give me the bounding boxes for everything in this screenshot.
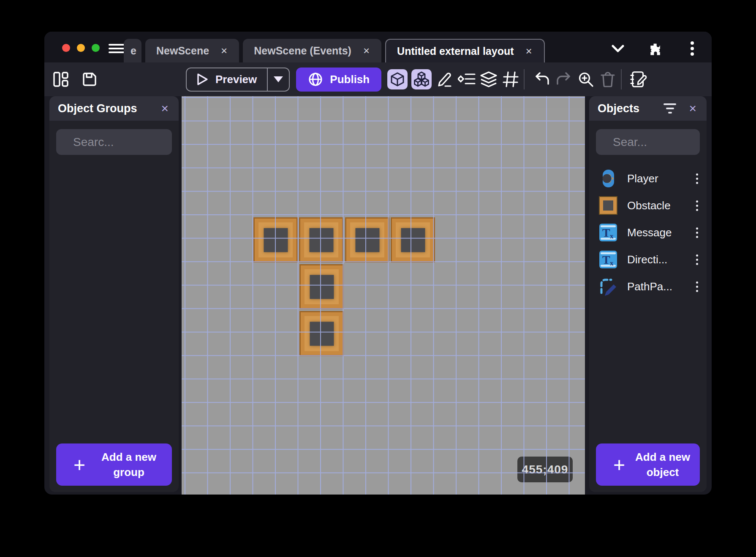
objects-search-input[interactable] [613, 135, 707, 149]
object-row-obstacle[interactable]: Obstacle [589, 192, 707, 219]
svg-text:x: x [610, 259, 614, 267]
scene-canvas[interactable]: 455;409 [182, 96, 585, 495]
obstacle-instance-core [310, 322, 334, 346]
toolbar-left-group [52, 62, 98, 96]
tab-label: e [131, 45, 136, 57]
toolbar-divider [524, 69, 525, 89]
object-row-directions[interactable]: T x Directi... [589, 246, 707, 273]
save-icon[interactable] [81, 70, 98, 88]
titlebar-actions [610, 41, 700, 56]
path-object-icon [598, 277, 618, 296]
object-row-pathpainter[interactable]: PathPa... [589, 273, 707, 300]
publish-label: Publish [330, 73, 370, 86]
play-icon [196, 73, 209, 86]
zoom-window-button[interactable] [92, 44, 100, 52]
extensions-puzzle-icon[interactable] [647, 41, 663, 56]
svg-text:T: T [602, 226, 610, 239]
layers-icon[interactable] [480, 70, 498, 88]
tab-clipped[interactable]: e [124, 39, 141, 62]
object-menu-kebab-icon[interactable] [693, 171, 701, 187]
tab-bar: e NewScene × NewScene (Events) × Untitle… [124, 39, 545, 62]
edit-pencil-icon[interactable] [436, 70, 454, 88]
object-menu-kebab-icon[interactable] [693, 279, 701, 295]
toolbar: Preview Publish [44, 62, 712, 96]
obstacle-icon [598, 196, 618, 215]
object-menu-kebab-icon[interactable] [693, 198, 701, 214]
tab-untitled-external-layout[interactable]: Untitled external layout × [385, 39, 545, 62]
undo-icon[interactable] [533, 70, 551, 88]
caret-down-icon [274, 76, 283, 82]
edit-scene-cube-toggle[interactable] [387, 69, 408, 89]
trash-icon[interactable] [599, 70, 617, 88]
obstacle-instance-core [264, 228, 288, 252]
objects-header: Objects × [589, 96, 707, 121]
grid-icon[interactable] [502, 70, 519, 88]
tab-newscene-events[interactable]: NewScene (Events) × [243, 39, 381, 62]
objects-search[interactable] [596, 129, 700, 155]
obstacle-instance[interactable] [299, 264, 344, 309]
tab-label: NewScene (Events) [254, 45, 351, 57]
tab-close-icon[interactable]: × [220, 44, 228, 57]
add-group-label-line1: Add a new [101, 451, 156, 463]
tab-label: Untitled external layout [397, 45, 514, 57]
tab-newscene[interactable]: NewScene × [145, 39, 239, 62]
more-options-kebab-icon[interactable] [685, 41, 700, 56]
object-groups-search[interactable] [56, 129, 172, 155]
object-menu-kebab-icon[interactable] [693, 252, 701, 268]
preview-options-dropdown[interactable] [267, 68, 289, 91]
object-groups-title: Object Groups [58, 102, 137, 115]
tab-close-icon[interactable]: × [362, 44, 370, 57]
object-label: Directi... [627, 253, 684, 266]
object-label: Player [627, 172, 684, 185]
cubes-icon [413, 71, 430, 87]
minimize-window-button[interactable] [77, 44, 85, 52]
obstacle-instance-core [401, 228, 425, 252]
add-group-button[interactable]: + Add a new group [56, 443, 172, 486]
objects-panel: Objects × [589, 96, 707, 492]
object-label: PathPa... [627, 280, 684, 293]
tab-close-icon[interactable]: × [525, 45, 533, 58]
plus-icon: + [604, 453, 634, 476]
object-groups-header: Object Groups × [49, 96, 179, 121]
add-object-button[interactable]: + Add a new object [596, 443, 700, 486]
object-row-player[interactable]: Player [589, 165, 707, 192]
obstacle-instance[interactable] [299, 311, 344, 356]
toolbar-divider [621, 69, 622, 89]
add-object-label-line1: Add a new [635, 451, 690, 463]
obstacle-instance-core [355, 228, 379, 252]
toggle-panels-icon[interactable] [52, 70, 70, 88]
instances-list-icon[interactable] [458, 70, 476, 88]
object-label: Obstacle [627, 199, 684, 212]
chevron-down-icon[interactable] [610, 41, 625, 56]
preview-label: Preview [215, 73, 257, 86]
preview-button[interactable]: Preview [186, 68, 290, 92]
redo-icon[interactable] [555, 70, 573, 88]
add-group-label-line2: group [113, 466, 144, 479]
obstacle-instance[interactable] [391, 217, 435, 262]
obstacle-instance-core [310, 275, 334, 299]
tab-label: NewScene [156, 45, 209, 57]
object-groups-search-input[interactable] [73, 135, 179, 149]
object-label: Message [627, 226, 684, 239]
filter-icon[interactable] [664, 103, 676, 114]
objects-title: Objects [598, 102, 639, 115]
cube-icon [390, 72, 405, 87]
main-menu-icon[interactable] [109, 44, 125, 53]
close-window-button[interactable] [62, 44, 70, 52]
object-row-message[interactable]: T x Message [589, 219, 707, 246]
toolbar-main-group: Preview Publish [186, 62, 648, 96]
obstacle-instance[interactable] [345, 217, 389, 262]
publish-button[interactable]: Publish [296, 68, 381, 92]
zoom-in-icon[interactable] [577, 70, 595, 88]
close-icon[interactable]: × [159, 101, 170, 116]
object-menu-kebab-icon[interactable] [693, 225, 701, 241]
edit-instances-cubes-toggle[interactable] [411, 69, 432, 89]
close-icon[interactable]: × [687, 101, 698, 116]
obstacle-instance[interactable] [253, 217, 298, 262]
properties-editor-icon[interactable] [630, 70, 648, 88]
cursor-coordinates-badge: 455;409 [517, 457, 573, 482]
obstacle-instance[interactable] [299, 217, 343, 262]
svg-text:x: x [610, 232, 614, 240]
desktop: e NewScene × NewScene (Events) × Untitle… [0, 0, 756, 557]
obstacle-instance-core [309, 228, 333, 252]
